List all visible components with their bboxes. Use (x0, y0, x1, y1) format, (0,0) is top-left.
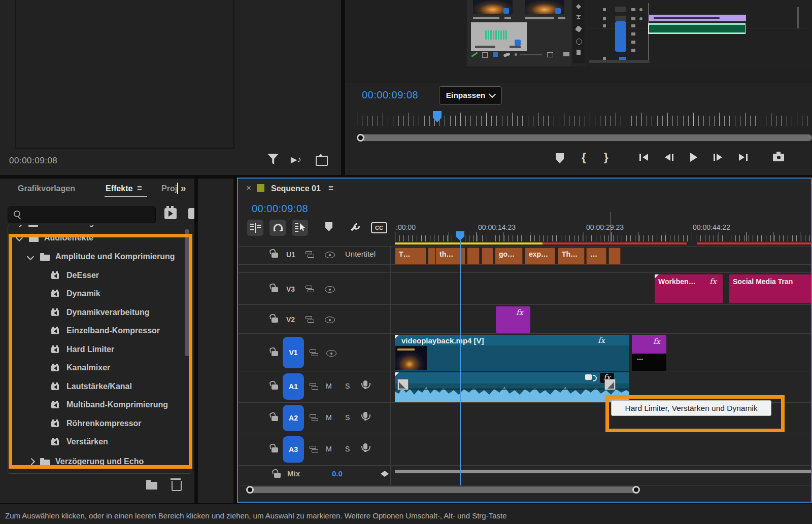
tri (665, 154, 670, 161)
a3-source-patch-icon[interactable] (310, 446, 318, 452)
program-monitor-timecode[interactable]: 00:00:09:08 (362, 89, 418, 101)
step-forward-icon[interactable] (714, 154, 722, 161)
timeline-timecode[interactable]: 00:00:09:08 (252, 203, 308, 215)
u1-toggle-visibility-icon[interactable] (325, 252, 335, 258)
trash-icon[interactable] (172, 481, 182, 491)
subtitle-clip[interactable]: Th… (558, 248, 585, 265)
a3-lock-icon[interactable] (272, 447, 278, 452)
subtitle-clip[interactable] (608, 248, 621, 265)
video-toolbar-slider (520, 54, 542, 55)
v1-toggle-visibility-icon[interactable] (326, 350, 336, 357)
timeline-scrollbar-knob-left[interactable] (246, 486, 254, 494)
add-marker-icon[interactable] (556, 153, 564, 163)
v3-lock-icon[interactable] (272, 287, 278, 292)
v2-source-patch-icon[interactable] (306, 316, 314, 323)
u1-badge[interactable]: U1 (286, 251, 295, 259)
v2-toggle-visibility-icon[interactable] (325, 317, 335, 323)
a2-mute-button[interactable]: M (326, 413, 332, 422)
nest-sequence-button[interactable] (247, 220, 263, 236)
a1-mute-button[interactable]: M (326, 382, 332, 390)
subtitle-clip[interactable]: exp… (525, 248, 555, 265)
mark-out-icon[interactable]: } (604, 151, 608, 164)
a1-solo-button[interactable]: S (345, 382, 350, 390)
program-scrollbar[interactable] (358, 134, 812, 141)
graphics-clip-workbench[interactable]: Workben… fx (655, 274, 723, 303)
timeline-tab-label[interactable]: Sequence 01 (271, 184, 321, 193)
play-button[interactable] (690, 153, 697, 162)
a2-solo-button[interactable]: S (345, 413, 350, 422)
clip-keyframe-handle-left[interactable] (397, 379, 409, 390)
graphics-clip-social-media[interactable]: Social Media Tran (729, 274, 812, 303)
play-audio-icon[interactable]: ▶♪ (291, 155, 301, 165)
v1-badge[interactable]: V1 (283, 337, 304, 368)
export-frame-icon[interactable] (316, 156, 328, 166)
clip-keyframe-handle-right[interactable] (604, 379, 616, 390)
effects-search-input[interactable] (8, 206, 156, 223)
a1-lock-icon[interactable] (272, 385, 278, 390)
subtitle-clip[interactable]: … (586, 248, 606, 265)
a3-solo-button[interactable]: S (345, 445, 350, 453)
a2-voiceover-mic-icon[interactable] (363, 412, 367, 418)
tab-effekte[interactable]: Effekte (106, 184, 132, 193)
timeline-playhead-line[interactable] (460, 232, 461, 485)
title-clip[interactable]: fx (632, 335, 666, 371)
timeline-marker-icon[interactable] (325, 222, 332, 231)
a3-badge[interactable]: A3 (283, 436, 304, 463)
a2-source-patch-icon[interactable] (310, 414, 318, 421)
audio-clip[interactable]: fx (395, 372, 629, 402)
v2-badge[interactable]: V2 (286, 316, 295, 324)
subtitle-clip[interactable] (428, 248, 435, 265)
a2-badge[interactable]: A2 (283, 405, 304, 431)
tab-projekte[interactable]: Proj (161, 184, 177, 193)
mark-in-icon[interactable]: { (582, 151, 586, 164)
u1-source-patch-icon[interactable] (306, 251, 314, 258)
step-back-icon[interactable] (665, 154, 673, 161)
timeline-h-scrollbar[interactable] (247, 486, 638, 493)
subtitle-clip[interactable] (482, 248, 493, 265)
captions-cc-icon[interactable]: CC (371, 222, 387, 233)
a3-voiceover-mic-icon[interactable] (363, 443, 367, 449)
a2-lock-icon[interactable] (272, 416, 278, 421)
u1-lock-icon[interactable] (272, 253, 278, 258)
v1-lock-icon[interactable] (272, 351, 278, 356)
mix-lock-icon[interactable] (274, 473, 281, 478)
program-scrollbar-knob[interactable] (357, 134, 364, 142)
v3-badge[interactable]: V3 (286, 285, 295, 293)
fit-dropdown[interactable]: Einpassen (439, 86, 502, 104)
v2-lock-icon[interactable] (272, 318, 278, 323)
u1-track-name[interactable]: Untertitel (345, 250, 376, 258)
new-bin-icon[interactable] (146, 482, 157, 490)
linked-selection-button[interactable] (292, 220, 308, 236)
video-clip-videoplayback[interactable]: videoplayback.mp4 [V] fx (395, 335, 629, 371)
subtitle-clip[interactable] (467, 248, 480, 265)
effects-tree-item-lumetri-vorgaben[interactable]: Lumetri-Vorgaben (8, 225, 190, 231)
subtitle-clip[interactable]: th… (435, 248, 465, 265)
export-frame-camera-icon[interactable] (773, 154, 784, 161)
timeline-settings-wrench-icon[interactable] (346, 219, 362, 234)
tab-cut-cursor (177, 183, 178, 194)
chevron-right-icon (16, 225, 23, 227)
v3-source-patch-icon[interactable] (306, 286, 314, 292)
subtitle-clip[interactable]: T… (395, 248, 426, 265)
goto-in-icon[interactable] (639, 154, 648, 161)
panel-menu-icon[interactable]: ≡ (137, 183, 142, 193)
effect-preset-icon[interactable] (164, 208, 177, 219)
filter-funnel-icon[interactable] (267, 154, 279, 166)
subtitle-clip[interactable]: go… (495, 248, 523, 265)
tab-grafikvorlagen[interactable]: Grafikvorlagen (18, 184, 75, 193)
goto-out-icon[interactable] (739, 154, 748, 161)
clipped-panel-icon[interactable] (188, 208, 194, 219)
a1-badge[interactable]: A1 (283, 373, 304, 400)
a1-voiceover-mic-icon[interactable] (363, 380, 367, 387)
timeline-scrollbar-knob-right[interactable] (632, 486, 640, 494)
snap-button[interactable] (269, 220, 286, 236)
fx-clip-v2[interactable]: fx (496, 306, 530, 333)
v1-source-patch-icon[interactable] (310, 350, 318, 356)
a3-mute-button[interactable]: M (326, 445, 332, 453)
close-sequence-icon[interactable]: × (246, 183, 251, 193)
tab-overflow-icon[interactable]: » (181, 183, 186, 194)
v3-toggle-visibility-icon[interactable] (325, 286, 335, 293)
timeline-panel-menu-icon[interactable]: ≡ (328, 183, 333, 193)
a1-source-patch-icon[interactable] (310, 383, 318, 390)
mix-volume-value[interactable]: 0.0 (332, 469, 343, 478)
